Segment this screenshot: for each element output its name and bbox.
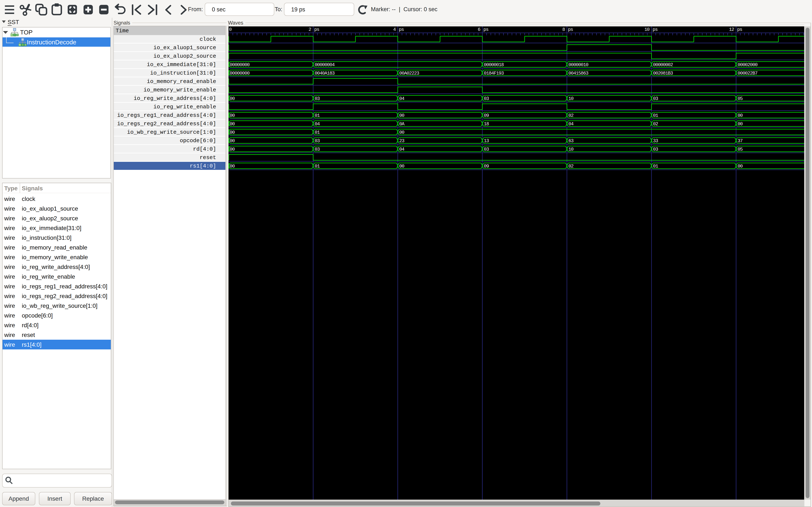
svg-text:002081B3: 002081B3 bbox=[653, 71, 673, 76]
svg-text:03: 03 bbox=[653, 96, 658, 101]
svg-text:00000004: 00000004 bbox=[315, 62, 335, 68]
svg-text:00002000: 00002000 bbox=[738, 62, 757, 68]
svg-text:10: 10 bbox=[568, 147, 573, 152]
svg-text:00: 00 bbox=[399, 130, 404, 135]
svg-text:05: 05 bbox=[738, 96, 743, 101]
svg-text:0A: 0A bbox=[399, 121, 405, 127]
svg-text:04: 04 bbox=[399, 96, 405, 101]
svg-text:00: 00 bbox=[230, 96, 235, 101]
svg-text:09: 09 bbox=[484, 113, 489, 118]
svg-text:09: 09 bbox=[484, 164, 489, 169]
svg-text:ps: ps bbox=[399, 27, 404, 32]
svg-text:000022B7: 000022B7 bbox=[738, 71, 757, 76]
svg-text:00: 00 bbox=[738, 121, 743, 127]
svg-text:01: 01 bbox=[315, 113, 320, 118]
svg-text:00: 00 bbox=[230, 113, 235, 118]
svg-text:10: 10 bbox=[645, 27, 650, 32]
svg-text:00: 00 bbox=[230, 147, 235, 152]
svg-text:13: 13 bbox=[484, 138, 489, 144]
svg-text:04: 04 bbox=[399, 147, 405, 152]
svg-text:4: 4 bbox=[393, 27, 396, 32]
svg-text:00: 00 bbox=[230, 121, 235, 127]
svg-text:00: 00 bbox=[738, 113, 743, 118]
svg-text:33: 33 bbox=[653, 138, 658, 144]
svg-text:00415863: 00415863 bbox=[568, 71, 588, 76]
svg-text:10: 10 bbox=[568, 96, 573, 101]
svg-text:03: 03 bbox=[315, 147, 320, 152]
svg-text:23: 23 bbox=[399, 138, 404, 144]
svg-text:00: 00 bbox=[230, 164, 235, 169]
svg-text:18: 18 bbox=[484, 121, 489, 127]
svg-text:ps: ps bbox=[568, 27, 573, 32]
svg-text:00: 00 bbox=[230, 138, 235, 144]
svg-text:2: 2 bbox=[308, 27, 311, 32]
svg-text:ps: ps bbox=[314, 27, 319, 32]
svg-text:03: 03 bbox=[315, 96, 320, 101]
svg-text:ps: ps bbox=[484, 27, 489, 32]
svg-text:00000010: 00000010 bbox=[568, 62, 588, 68]
svg-text:05: 05 bbox=[738, 147, 743, 152]
svg-text:03: 03 bbox=[315, 138, 320, 144]
svg-text:0040A183: 0040A183 bbox=[315, 71, 335, 76]
svg-text:00000000: 00000000 bbox=[230, 62, 250, 68]
svg-text:8: 8 bbox=[562, 27, 565, 32]
svg-text:00: 00 bbox=[230, 130, 235, 135]
svg-text:00000000: 00000000 bbox=[230, 71, 250, 76]
svg-text:01: 01 bbox=[315, 164, 320, 169]
svg-text:04: 04 bbox=[315, 121, 320, 127]
svg-text:04: 04 bbox=[568, 121, 574, 127]
svg-text:02: 02 bbox=[653, 121, 658, 127]
svg-text:00000018: 00000018 bbox=[484, 62, 504, 68]
svg-text:6: 6 bbox=[478, 27, 480, 32]
svg-text:0184F193: 0184F193 bbox=[484, 71, 504, 76]
svg-text:02: 02 bbox=[568, 113, 573, 118]
svg-text:00000002: 00000002 bbox=[653, 62, 673, 68]
svg-text:0: 0 bbox=[229, 27, 232, 32]
svg-text:01: 01 bbox=[315, 130, 320, 135]
svg-text:00: 00 bbox=[738, 164, 743, 169]
svg-text:37: 37 bbox=[738, 138, 743, 144]
svg-text:03: 03 bbox=[653, 147, 658, 152]
svg-text:00A02223: 00A02223 bbox=[399, 71, 419, 76]
svg-text:63: 63 bbox=[568, 138, 573, 144]
svg-text:00: 00 bbox=[399, 113, 404, 118]
svg-text:01: 01 bbox=[653, 113, 658, 118]
svg-text:12: 12 bbox=[729, 27, 734, 32]
svg-text:02: 02 bbox=[568, 164, 573, 169]
svg-text:03: 03 bbox=[484, 96, 489, 101]
svg-text:ps: ps bbox=[653, 27, 658, 32]
svg-text:03: 03 bbox=[484, 147, 489, 152]
svg-text:00: 00 bbox=[399, 164, 404, 169]
svg-text:ps: ps bbox=[737, 27, 742, 32]
svg-text:01: 01 bbox=[653, 164, 658, 169]
